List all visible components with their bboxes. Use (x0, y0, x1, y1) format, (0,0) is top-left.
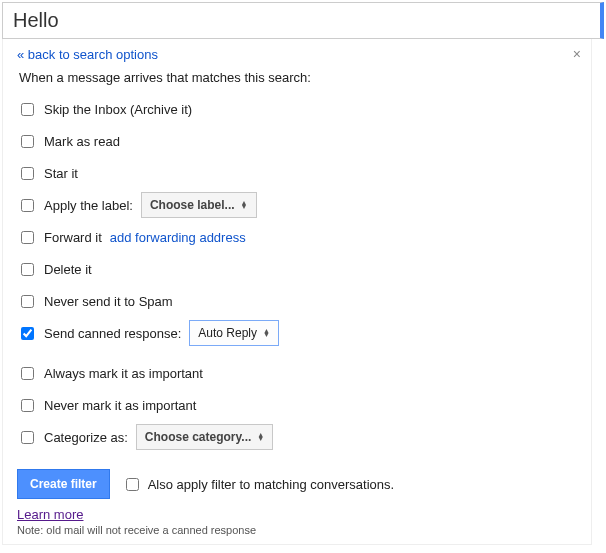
label-categorize: Categorize as: (44, 430, 128, 445)
label-apply-label: Apply the label: (44, 198, 133, 213)
note-text: Note: old mail will not receive a canned… (17, 524, 577, 536)
option-forward: Forward it add forwarding address (21, 221, 577, 253)
learn-more-link[interactable]: Learn more (17, 507, 83, 522)
checkbox-always-important[interactable] (21, 367, 34, 380)
close-icon[interactable]: × (573, 47, 581, 61)
checkbox-apply-label[interactable] (21, 199, 34, 212)
sort-icon: ▲▼ (263, 329, 270, 337)
option-star: Star it (21, 157, 577, 189)
label-delete: Delete it (44, 262, 92, 277)
option-categorize: Categorize as: Choose category... ▲▼ (21, 421, 577, 453)
dropdown-canned[interactable]: Auto Reply ▲▼ (189, 320, 279, 346)
dropdown-categorize-text: Choose category... (145, 430, 251, 444)
option-skip-inbox: Skip the Inbox (Archive it) (21, 93, 577, 125)
label-skip-inbox: Skip the Inbox (Archive it) (44, 102, 192, 117)
label-star: Star it (44, 166, 78, 181)
option-always-important: Always mark it as important (21, 357, 577, 389)
option-delete: Delete it (21, 253, 577, 285)
dropdown-canned-text: Auto Reply (198, 326, 257, 340)
checkbox-canned[interactable] (21, 327, 34, 340)
option-mark-read: Mark as read (21, 125, 577, 157)
checkbox-categorize[interactable] (21, 431, 34, 444)
checkbox-also-apply[interactable] (126, 478, 139, 491)
option-never-important: Never mark it as important (21, 389, 577, 421)
checkbox-skip-inbox[interactable] (21, 103, 34, 116)
option-apply-label: Apply the label: Choose label... ▲▼ (21, 189, 577, 221)
label-never-important: Never mark it as important (44, 398, 196, 413)
back-to-search-link[interactable]: « back to search options (17, 47, 158, 62)
filter-panel: × « back to search options When a messag… (2, 39, 592, 545)
dropdown-apply-label[interactable]: Choose label... ▲▼ (141, 192, 257, 218)
checkbox-forward[interactable] (21, 231, 34, 244)
sort-icon: ▲▼ (257, 433, 264, 441)
create-filter-button[interactable]: Create filter (17, 469, 110, 499)
checkbox-never-important[interactable] (21, 399, 34, 412)
footer-row: Create filter Also apply filter to match… (17, 469, 577, 499)
label-canned: Send canned response: (44, 326, 181, 341)
intro-text: When a message arrives that matches this… (19, 70, 577, 85)
sort-icon: ▲▼ (241, 201, 248, 209)
search-input[interactable]: Hello (2, 2, 604, 39)
also-apply-group: Also apply filter to matching conversati… (122, 475, 394, 494)
option-never-spam: Never send it to Spam (21, 285, 577, 317)
option-canned: Send canned response: Auto Reply ▲▼ (21, 317, 577, 349)
checkbox-never-spam[interactable] (21, 295, 34, 308)
checkbox-star[interactable] (21, 167, 34, 180)
checkbox-delete[interactable] (21, 263, 34, 276)
dropdown-categorize[interactable]: Choose category... ▲▼ (136, 424, 273, 450)
label-always-important: Always mark it as important (44, 366, 203, 381)
dropdown-apply-label-text: Choose label... (150, 198, 235, 212)
label-mark-read: Mark as read (44, 134, 120, 149)
add-forwarding-link[interactable]: add forwarding address (110, 230, 246, 245)
label-forward: Forward it (44, 230, 102, 245)
checkbox-mark-read[interactable] (21, 135, 34, 148)
label-also-apply: Also apply filter to matching conversati… (148, 477, 394, 492)
label-never-spam: Never send it to Spam (44, 294, 173, 309)
